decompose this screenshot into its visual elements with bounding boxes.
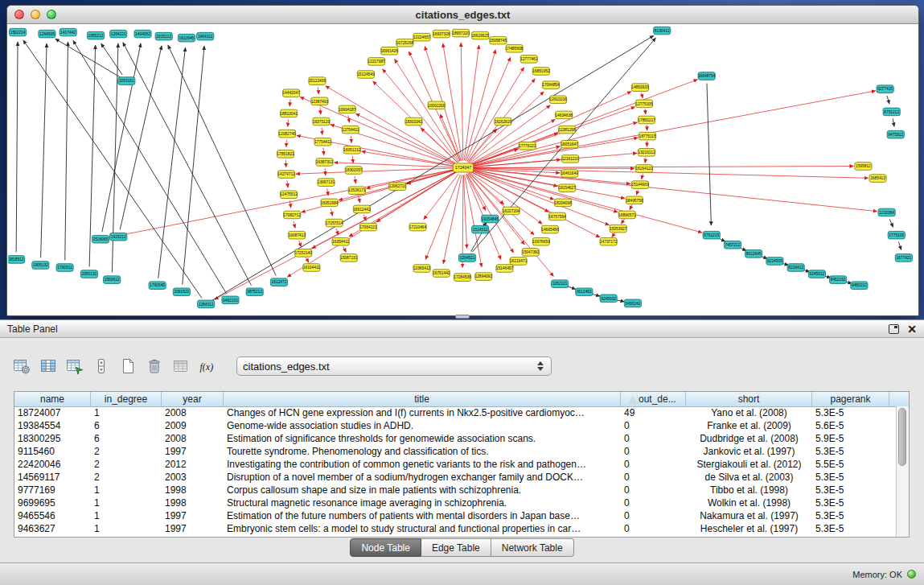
- graph-node[interactable]: 12475512: [280, 191, 298, 199]
- import-table-icon[interactable]: [170, 356, 191, 377]
- table-row[interactable]: 1456911722003Disruption of a novel membe…: [14, 471, 897, 484]
- graph-node[interactable]: 17082712: [283, 211, 301, 219]
- graph-node[interactable]: 12062711: [389, 183, 406, 191]
- tab-edge-table[interactable]: Edge Table: [421, 538, 491, 557]
- graph-node[interactable]: 1264112: [198, 300, 215, 308]
- graph-node[interactable]: 11381268: [559, 126, 576, 134]
- graph-node[interactable]: 8012645: [745, 250, 762, 258]
- graph-node[interactable]: 16104411: [303, 264, 320, 272]
- graph-node[interactable]: 2053161: [118, 77, 135, 85]
- table-source-dropdown[interactable]: citations_edges.txt: [236, 356, 552, 376]
- graph-node[interactable]: 17485608: [506, 44, 524, 52]
- graph-node[interactable]: 17210464: [409, 223, 427, 231]
- graph-node[interactable]: 19154845: [482, 215, 499, 223]
- graph-node[interactable]: 14274712: [277, 171, 295, 179]
- column-header-title[interactable]: title: [224, 392, 621, 406]
- graph-node[interactable]: 16354411: [332, 237, 349, 245]
- graph-node[interactable]: 1955212: [87, 31, 104, 39]
- graph-node[interactable]: 1264221: [110, 30, 127, 38]
- table-row[interactable]: 977716911998Corpus callosum shape and si…: [14, 484, 897, 496]
- graph-node[interactable]: 14695456: [541, 225, 559, 233]
- graph-node[interactable]: 15124549: [357, 71, 375, 79]
- graph-node[interactable]: 18813041: [280, 109, 298, 117]
- graph-node[interactable]: 16227204: [503, 207, 520, 215]
- graph-node[interactable]: 12082740: [278, 130, 296, 138]
- graph-node[interactable]: 16937326: [433, 30, 450, 38]
- graph-node[interactable]: 9214505: [766, 257, 783, 266]
- scrollbar-thumb[interactable]: [898, 408, 906, 466]
- graph-node[interactable]: 18495756: [626, 196, 643, 204]
- graph-node[interactable]: 8130412: [654, 27, 671, 35]
- table-row[interactable]: 946362711997Embryonic stem cells: a mode…: [14, 522, 897, 535]
- graph-node[interactable]: 1905132: [32, 262, 49, 270]
- graph-node[interactable]: 16851952: [532, 68, 550, 76]
- tab-network-table[interactable]: Network Table: [491, 538, 574, 557]
- graph-node[interactable]: 10092200: [428, 101, 446, 109]
- graph-node[interactable]: 15146457: [496, 265, 514, 273]
- graph-node[interactable]: 16387312: [316, 159, 334, 167]
- table-row[interactable]: 2242004622012Investigating the contribut…: [14, 458, 897, 471]
- zoom-button[interactable]: [47, 10, 56, 19]
- graph-node[interactable]: 12777461: [520, 56, 538, 64]
- rows-icon[interactable]: [91, 356, 112, 377]
- graph-node[interactable]: 10976659: [532, 237, 550, 245]
- graph-node[interactable]: 1612472: [270, 278, 287, 286]
- graph-node[interactable]: 12217987: [368, 58, 385, 66]
- graph-node[interactable]: 9245032: [600, 295, 617, 303]
- graph-node[interactable]: 17851821: [277, 150, 294, 159]
- close-button[interactable]: [14, 10, 24, 19]
- graph-node[interactable]: 12754411: [342, 126, 359, 134]
- graph-node[interactable]: 13526171: [348, 187, 366, 195]
- graph-node[interactable]: 1264505: [39, 30, 55, 38]
- graph-node[interactable]: 13067131: [318, 179, 335, 187]
- graph-node[interactable]: 9450242: [624, 299, 641, 307]
- table-row[interactable]: 1830029562008Estimation of significance …: [14, 432, 897, 445]
- column-header-short[interactable]: short: [686, 392, 812, 406]
- graph-node[interactable]: 1915212: [110, 233, 127, 241]
- graph-node[interactable]: 16262616: [495, 117, 512, 126]
- graph-node[interactable]: 1790545: [149, 282, 166, 290]
- graph-node[interactable]: 16051647: [561, 140, 578, 148]
- graph-node[interactable]: 13216112: [638, 149, 655, 157]
- graph-node[interactable]: 12161210: [561, 155, 579, 163]
- new-document-icon[interactable]: [117, 356, 138, 377]
- graph-node[interactable]: 1612645: [178, 34, 195, 42]
- window-titlebar[interactable]: citations_edges.txt: [7, 6, 918, 24]
- graph-node[interactable]: 1515212: [155, 32, 172, 40]
- graph-node[interactable]: 18302057: [345, 167, 363, 175]
- graph-node[interactable]: 17754411: [314, 138, 331, 146]
- graph-node[interactable]: 17284538: [454, 274, 471, 282]
- graph-node[interactable]: 16961426: [380, 47, 398, 55]
- panel-splitter-handle[interactable]: [455, 315, 470, 319]
- graph-node[interactable]: 19087413: [288, 231, 306, 239]
- table-settings-icon[interactable]: [11, 356, 32, 377]
- table-row[interactable]: 969969511998Structural magnetic resonanc…: [14, 496, 897, 509]
- graph-node[interactable]: 16461649: [561, 170, 578, 178]
- graph-node[interactable]: 1677421: [895, 254, 912, 262]
- graph-node[interactable]: 14634638: [555, 111, 573, 119]
- edit-table-icon[interactable]: [64, 356, 85, 377]
- graph-node[interactable]: 1264521: [458, 254, 475, 262]
- graph-node[interactable]: 17257514: [326, 219, 343, 227]
- graph-node[interactable]: 9450212: [851, 282, 868, 290]
- graph-node[interactable]: 8216412: [787, 264, 804, 272]
- graph-node[interactable]: 9277415: [877, 85, 893, 93]
- graph-node[interactable]: 17850217: [638, 116, 655, 124]
- vertical-scrollbar[interactable]: [896, 406, 909, 537]
- graph-node[interactable]: 16751442: [433, 270, 450, 278]
- graph-node[interactable]: 18775115: [639, 132, 655, 140]
- column-header-name[interactable]: name: [14, 392, 91, 406]
- delete-icon[interactable]: [144, 356, 165, 377]
- graph-node[interactable]: 1818512: [8, 256, 25, 264]
- graph-node[interactable]: 2050132: [80, 270, 97, 278]
- tab-node-table[interactable]: Node Table: [350, 538, 421, 557]
- graph-node[interactable]: 8751212: [883, 108, 900, 116]
- graph-node[interactable]: 15047392: [522, 249, 540, 257]
- graph-node[interactable]: 16612442: [353, 205, 371, 213]
- graph-node[interactable]: 18204098: [554, 199, 572, 207]
- graph-node[interactable]: 1685413: [869, 175, 886, 183]
- graph-node[interactable]: 12894092: [474, 273, 492, 281]
- column-header-year[interactable]: year: [162, 392, 224, 406]
- graph-node[interactable]: 1595812: [855, 163, 872, 171]
- close-panel-icon[interactable]: ✕: [907, 323, 917, 335]
